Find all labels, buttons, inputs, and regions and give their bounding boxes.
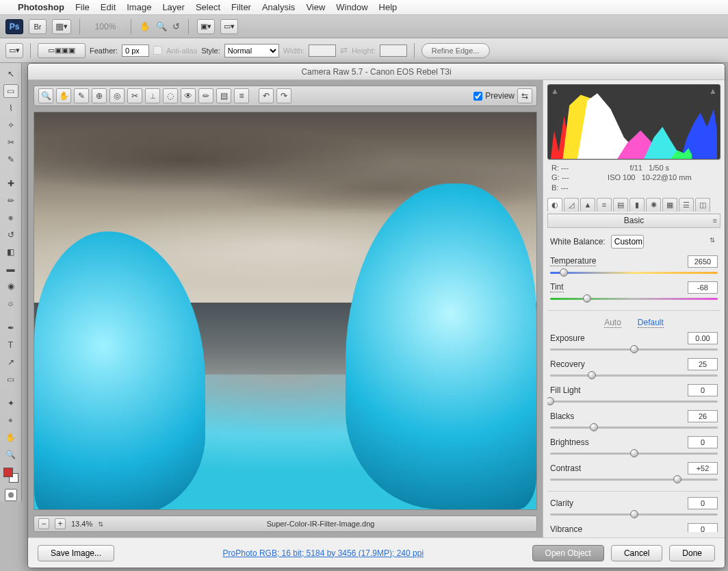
tab-basic[interactable]: ◐ <box>547 198 562 212</box>
style-select[interactable]: Normal <box>224 44 279 58</box>
exposure-slider[interactable] <box>550 346 718 353</box>
recovery-slider[interactable] <box>550 372 718 379</box>
open-object-button[interactable]: Open Object <box>532 545 604 561</box>
done-button[interactable]: Done <box>669 545 715 561</box>
menu-help[interactable]: Help <box>379 2 398 12</box>
fill-value[interactable]: 0 <box>688 384 718 396</box>
menu-image[interactable]: Image <box>127 2 151 12</box>
save-image-button[interactable]: Save Image... <box>38 545 114 561</box>
zoom-dropdown-icon[interactable]: ⇅ <box>98 520 103 528</box>
zoom-icon[interactable]: 🔍 <box>156 21 167 31</box>
menu-analysis[interactable]: Analysis <box>262 2 295 12</box>
tab-fx[interactable]: ✺ <box>646 198 661 212</box>
shadow-clip-icon[interactable]: ▲ <box>551 86 559 96</box>
heal-tool[interactable]: ✚ <box>3 177 18 191</box>
preview-checkbox[interactable] <box>473 92 482 101</box>
tint-slider[interactable] <box>550 295 718 302</box>
menu-file[interactable]: File <box>75 2 90 12</box>
tint-value[interactable]: -68 <box>688 281 718 294</box>
shape-tool[interactable]: ▭ <box>3 372 18 386</box>
type-tool[interactable]: T <box>3 338 18 352</box>
bridge-button[interactable]: Br <box>29 19 47 34</box>
zoom-in-button[interactable]: + <box>55 518 66 529</box>
menu-edit[interactable]: Edit <box>101 2 116 12</box>
fill-slider[interactable] <box>550 398 718 405</box>
cr-spot-tool[interactable]: ◌ <box>163 88 178 103</box>
hand-icon[interactable]: ✋ <box>140 21 151 31</box>
tab-split[interactable]: ▤ <box>613 198 628 212</box>
cr-straighten-tool[interactable]: ⟂ <box>145 88 160 103</box>
menu-filter[interactable]: Filter <box>231 2 251 12</box>
menu-window[interactable]: Window <box>336 2 367 12</box>
image-preview[interactable] <box>34 112 537 510</box>
cancel-button[interactable]: Cancel <box>611 545 662 561</box>
histogram[interactable]: ▲ ▲ <box>547 84 720 160</box>
gradient-tool[interactable]: ▬ <box>3 262 18 276</box>
recovery-value[interactable]: 25 <box>688 358 718 370</box>
contrast-value[interactable]: +52 <box>688 462 718 474</box>
wand-tool[interactable]: ✧ <box>3 118 18 132</box>
cr-fullscreen-button[interactable]: ⇆ <box>517 88 532 103</box>
brush-tool[interactable]: ✏ <box>3 194 18 207</box>
blur-tool[interactable]: ◉ <box>3 279 18 293</box>
lasso-tool[interactable]: ⌇ <box>3 101 18 115</box>
screen-mode-button[interactable]: ▣▾ <box>197 19 215 34</box>
rotate-icon[interactable]: ↺ <box>172 21 180 31</box>
brightness-value[interactable]: 0 <box>688 436 718 448</box>
default-link[interactable]: Default <box>638 318 664 328</box>
cr-prefs-button[interactable]: ≡ <box>234 88 249 103</box>
path-tool[interactable]: ↗ <box>3 355 18 369</box>
menu-view[interactable]: View <box>306 2 325 12</box>
zoom-percentage[interactable]: 100% <box>88 22 122 31</box>
move-tool[interactable]: ↖ <box>3 67 18 81</box>
3d-tool[interactable]: ✦ <box>3 397 18 411</box>
arrange-documents-button[interactable]: ▦▾ <box>52 19 71 34</box>
panel-menu-icon[interactable]: ≡ <box>713 216 717 225</box>
auto-link[interactable]: Auto <box>604 318 621 328</box>
dodge-tool[interactable]: ☼ <box>3 296 18 310</box>
blacks-value[interactable]: 26 <box>688 410 718 422</box>
tab-detail[interactable]: ▲ <box>580 198 595 212</box>
cr-rotate-ccw[interactable]: ↶ <box>259 88 274 103</box>
selection-mode-buttons[interactable]: ▭▣▣▣ <box>38 43 86 58</box>
tab-snapshots[interactable]: ◫ <box>695 198 710 212</box>
zoom-value[interactable]: 13.4% <box>71 520 92 528</box>
crop-tool[interactable]: ✂ <box>3 136 18 149</box>
cr-adjustment-brush[interactable]: ✏ <box>198 88 213 103</box>
tool-preset-button[interactable]: ▭▾ <box>5 43 23 58</box>
tab-hsl[interactable]: ≡ <box>597 198 612 212</box>
blacks-slider[interactable] <box>550 424 718 431</box>
eraser-tool[interactable]: ◧ <box>3 245 18 259</box>
highlight-clip-icon[interactable]: ▲ <box>709 86 717 96</box>
menu-layer[interactable]: Layer <box>162 2 185 12</box>
clarity-slider[interactable] <box>550 511 718 518</box>
tab-calib[interactable]: ▦ <box>662 198 677 212</box>
zoom-out-button[interactable]: − <box>38 518 49 529</box>
menu-select[interactable]: Select <box>196 2 220 12</box>
refine-edge-button[interactable]: Refine Edge... <box>421 43 490 58</box>
cr-rotate-cw[interactable]: ↷ <box>276 88 291 103</box>
pen-tool[interactable]: ✒ <box>3 321 18 335</box>
cr-target-tool[interactable]: ◎ <box>109 88 125 103</box>
hand-tool[interactable]: ✋ <box>3 431 18 444</box>
tab-lens[interactable]: ▮ <box>629 198 645 212</box>
feather-input[interactable] <box>122 45 149 57</box>
vibrance-value[interactable]: 0 <box>688 523 718 532</box>
menubar-app[interactable]: Photoshop <box>18 2 64 12</box>
temperature-value[interactable]: 2650 <box>688 255 718 268</box>
cr-zoom-tool[interactable]: 🔍 <box>38 88 53 103</box>
brightness-slider[interactable] <box>550 450 718 457</box>
cr-wb-tool[interactable]: ✎ <box>74 88 89 103</box>
workflow-options-link[interactable]: ProPhoto RGB; 16 bit; 5184 by 3456 (17.9… <box>121 548 525 558</box>
cr-crop-tool[interactable]: ✂ <box>127 88 142 103</box>
zoom-tool[interactable]: 🔍 <box>3 448 18 461</box>
eyedropper-tool[interactable]: ✎ <box>3 153 18 166</box>
cr-sampler-tool[interactable]: ⊕ <box>92 88 107 103</box>
cr-graduated-filter[interactable]: ▤ <box>216 88 231 103</box>
clarity-value[interactable]: 0 <box>688 497 718 509</box>
preview-toggle[interactable]: Preview <box>473 91 515 101</box>
color-swatches[interactable] <box>3 468 18 483</box>
exposure-value[interactable]: 0.00 <box>688 332 718 344</box>
temperature-slider[interactable] <box>550 269 718 276</box>
contrast-slider[interactable] <box>550 476 718 483</box>
